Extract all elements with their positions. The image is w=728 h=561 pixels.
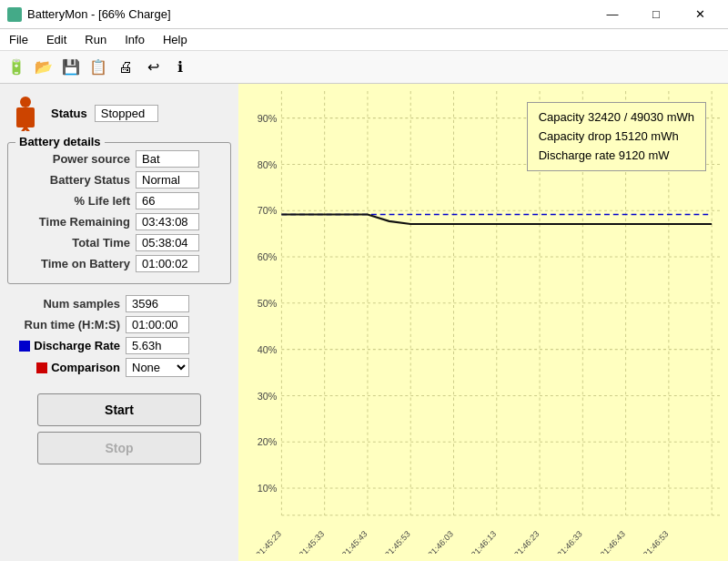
- button-area: Start Stop: [7, 393, 231, 464]
- svg-text:60%: 60%: [258, 251, 278, 262]
- toolbar-chart-button[interactable]: 📋: [86, 55, 111, 80]
- app-icon: [7, 7, 22, 22]
- num-samples-label: Num samples: [7, 297, 126, 311]
- extra-stats: Num samples 3596 Run time (H:M:S) 01:00:…: [7, 291, 231, 381]
- toolbar-print-button[interactable]: 🖨: [113, 55, 138, 80]
- svg-line-3: [25, 128, 31, 131]
- toolbar-open-button[interactable]: 📂: [31, 55, 56, 80]
- main-content: Status Stopped Battery details Power sou…: [0, 84, 728, 561]
- battery-icon: [7, 95, 44, 131]
- total-time-label: Total Time: [17, 236, 136, 250]
- tooltip-discharge-rate: Discharge rate 9120 mW: [539, 147, 694, 166]
- svg-text:40%: 40%: [258, 344, 278, 355]
- status-label: Status: [51, 107, 87, 120]
- title-bar: BatteryMon - [66% Charge] — □ ✕: [0, 0, 728, 29]
- discharge-rate-label: Discharge Rate: [34, 339, 120, 352]
- chart-tooltip: Capacity 32420 / 49030 mWh Capacity drop…: [527, 102, 706, 171]
- battery-status-value: Normal: [136, 171, 199, 189]
- time-remaining-value: 03:43:08: [136, 213, 199, 230]
- window-controls: — □ ✕: [592, 2, 721, 27]
- svg-text:70%: 70%: [258, 205, 278, 216]
- battery-details-title: Battery details: [15, 135, 105, 148]
- time-remaining-label: Time Remaining: [17, 215, 136, 229]
- life-left-value: 66: [136, 192, 199, 209]
- svg-text:10%: 10%: [258, 483, 278, 494]
- detail-row-time-remaining: Time Remaining 03:43:08: [17, 213, 221, 230]
- toolbar: 🔋 📂 💾 📋 🖨 ↩ ℹ: [0, 51, 728, 84]
- comparison-label: Comparison: [51, 361, 120, 374]
- life-left-label: % Life left: [17, 194, 136, 208]
- menu-file[interactable]: File: [0, 29, 37, 50]
- time-on-battery-label: Time on Battery: [17, 257, 136, 270]
- svg-text:30%: 30%: [258, 390, 278, 401]
- discharge-color-indicator: [19, 341, 30, 352]
- tooltip-capacity-drop: Capacity drop 15120 mWh: [539, 128, 694, 147]
- svg-text:50%: 50%: [258, 298, 278, 309]
- detail-row-total-time: Total Time 05:38:04: [17, 234, 221, 251]
- start-button[interactable]: Start: [37, 393, 201, 426]
- toolbar-save-button[interactable]: 💾: [58, 55, 84, 80]
- menu-run[interactable]: Run: [76, 29, 116, 50]
- chart-area: 90% 80% 70% 60% 50% 40% 30% 20% 10% 21:4…: [238, 84, 728, 561]
- menu-bar: File Edit Run Info Help: [0, 29, 728, 51]
- discharge-rate-value: 5.63h: [126, 337, 189, 354]
- detail-row-life-left: % Life left 66: [17, 192, 221, 209]
- svg-point-0: [20, 97, 31, 107]
- stop-button[interactable]: Stop: [37, 432, 201, 464]
- discharge-rate-row: Discharge Rate 5.63h: [7, 337, 231, 354]
- run-time-value: 01:00:00: [126, 316, 189, 333]
- status-row: Status Stopped: [7, 91, 231, 135]
- toolbar-battery-button[interactable]: 🔋: [4, 55, 29, 80]
- power-source-value: Bat: [136, 150, 199, 168]
- run-time-label: Run time (H:M:S): [7, 318, 126, 332]
- run-time-row: Run time (H:M:S) 01:00:00: [7, 316, 231, 333]
- left-panel: Status Stopped Battery details Power sou…: [0, 84, 238, 561]
- detail-row-power-source: Power source Bat: [17, 150, 221, 168]
- svg-text:90%: 90%: [258, 113, 278, 124]
- maximize-button[interactable]: □: [635, 2, 677, 27]
- svg-text:20%: 20%: [258, 436, 278, 447]
- svg-line-2: [20, 128, 25, 131]
- detail-row-battery-status: Battery Status Normal: [17, 171, 221, 189]
- window-title: BatteryMon - [66% Charge]: [27, 7, 171, 21]
- detail-row-time-on-battery: Time on Battery 01:00:02: [17, 255, 221, 272]
- svg-text:80%: 80%: [258, 158, 278, 169]
- time-on-battery-value: 01:00:02: [136, 255, 199, 272]
- menu-info[interactable]: Info: [116, 29, 154, 50]
- menu-help[interactable]: Help: [154, 29, 197, 50]
- power-source-label: Power source: [17, 152, 136, 166]
- toolbar-info-button[interactable]: ℹ: [167, 55, 193, 80]
- status-value: Stopped: [95, 105, 158, 122]
- svg-rect-1: [16, 107, 35, 128]
- battery-details-box: Battery details Power source Bat Battery…: [7, 142, 231, 284]
- num-samples-row: Num samples 3596: [7, 295, 231, 312]
- menu-edit[interactable]: Edit: [37, 29, 76, 50]
- tooltip-capacity: Capacity 32420 / 49030 mWh: [539, 108, 694, 128]
- status-label-row: Status Stopped: [51, 105, 231, 122]
- chart-container: 90% 80% 70% 60% 50% 40% 30% 20% 10% 21:4…: [246, 91, 721, 554]
- num-samples-value: 3596: [126, 295, 189, 312]
- comparison-row: Comparison None 1h 2h 4h 8h: [7, 358, 231, 377]
- toolbar-back-button[interactable]: ↩: [140, 55, 166, 80]
- close-button[interactable]: ✕: [679, 2, 721, 27]
- total-time-value: 05:38:04: [136, 234, 199, 251]
- comparison-select[interactable]: None 1h 2h 4h 8h: [126, 358, 189, 377]
- minimize-button[interactable]: —: [592, 2, 633, 27]
- comparison-color-indicator: [36, 362, 47, 373]
- battery-status-label: Battery Status: [17, 173, 136, 187]
